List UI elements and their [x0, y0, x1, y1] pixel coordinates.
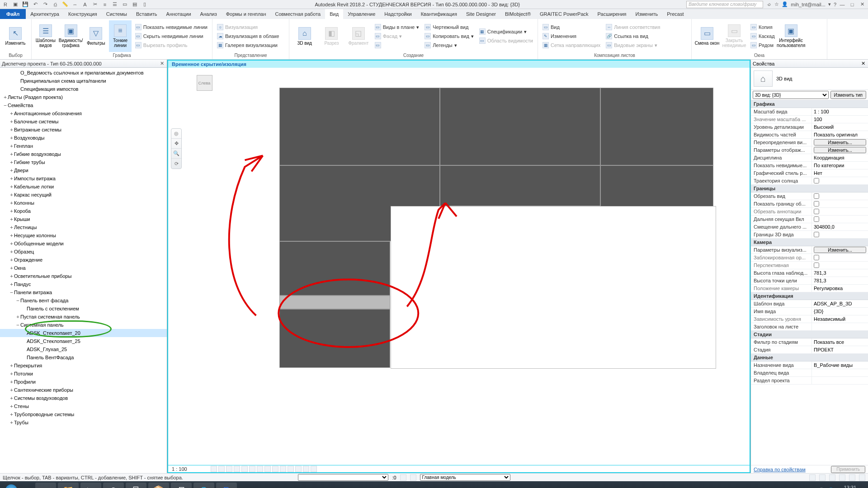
tree-node[interactable]: −Семейства: [0, 101, 167, 109]
ribbon-tab[interactable]: Архитектура: [26, 9, 64, 19]
taskbar-app1[interactable]: 📦: [148, 483, 169, 488]
tree-node[interactable]: +Обобщенные модели: [0, 239, 167, 248]
tree-node[interactable]: Спецификация импостов: [0, 85, 167, 93]
tree-node[interactable]: ADSK_Стеклопакет_20: [0, 329, 167, 337]
exchange-icon[interactable]: ▾: [828, 1, 831, 7]
align-icon[interactable]: ≡: [101, 1, 108, 8]
tree-node[interactable]: +Профили: [0, 378, 167, 386]
property-value[interactable]: Координация: [812, 154, 868, 161]
modify-button[interactable]: ↖ Изменить: [3, 20, 28, 52]
property-checkbox[interactable]: [814, 201, 819, 206]
edit-button[interactable]: Изменить...: [814, 247, 866, 253]
ribbon-tab[interactable]: GRAITEC PowerPack: [535, 9, 593, 19]
misc5-icon[interactable]: [303, 466, 309, 472]
tree-node[interactable]: +Образец: [0, 248, 167, 256]
help-icon[interactable]: ?: [834, 2, 836, 7]
filters-button[interactable]: ▽Фильтры: [85, 20, 107, 52]
property-value[interactable]: [812, 369, 868, 376]
tree-node[interactable]: +Трубопроводные системы: [0, 410, 167, 418]
property-value[interactable]: 781,3: [812, 269, 868, 277]
save-icon[interactable]: 💾: [22, 1, 29, 8]
taskbar-media[interactable]: ▶: [80, 483, 101, 488]
infocenter-icon[interactable]: ꩜: [767, 2, 772, 7]
expander-icon[interactable]: +: [9, 420, 14, 426]
expander-icon[interactable]: +: [9, 176, 14, 182]
property-value[interactable]: 1 : 100: [812, 108, 868, 115]
status-right-icon[interactable]: [839, 474, 845, 481]
status-right-icon[interactable]: [819, 474, 826, 481]
ribbon-tab[interactable]: Аннотации: [162, 9, 196, 19]
ribbon-tab[interactable]: Надстройки: [380, 9, 416, 19]
tree-node[interactable]: +Аннотационные обозначения: [0, 109, 167, 117]
property-grid[interactable]: ГрафикаМасштаб вида1 : 100Значение масшт…: [751, 100, 868, 465]
view-scale[interactable]: 1 : 100: [172, 466, 208, 472]
property-value[interactable]: [812, 377, 868, 384]
tree-node[interactable]: +Колонны: [0, 199, 167, 207]
property-value[interactable]: Нет: [812, 169, 868, 177]
tree-node[interactable]: +Пустая системная панель: [0, 313, 167, 321]
status-right-icon[interactable]: [849, 474, 855, 481]
tree-node[interactable]: +Трубы: [0, 418, 167, 427]
tree-node[interactable]: Панель ВентФасада: [0, 353, 167, 361]
property-value[interactable]: Высокий: [812, 123, 868, 131]
ribbon-tab[interactable]: Расширения: [593, 9, 631, 19]
zoom-icon[interactable]: 🔍: [171, 149, 181, 159]
ribbon-tab[interactable]: BIMobject®: [500, 9, 535, 19]
expander-icon[interactable]: +: [9, 395, 14, 401]
property-value[interactable]: [812, 177, 868, 184]
expander-icon[interactable]: +: [9, 143, 14, 149]
taskbar-calc[interactable]: 🖩: [126, 483, 146, 488]
sync-icon[interactable]: ☰: [111, 1, 118, 8]
thinline-icon[interactable]: ▤: [131, 1, 138, 8]
view-button[interactable]: ▭Вид: [541, 23, 602, 31]
property-category[interactable]: Стадии: [751, 331, 868, 338]
tree-node[interactable]: О_Ведомость ссылочных и прилагаемых доку…: [0, 69, 167, 77]
property-value[interactable]: [812, 200, 868, 207]
edit-button[interactable]: Изменить...: [814, 139, 866, 145]
cascade-button[interactable]: ▭Каскад: [749, 32, 777, 40]
edit-type-button[interactable]: Изменить тип: [830, 91, 866, 99]
duplicate-view-button[interactable]: ▭Копировать вид ▾: [423, 32, 476, 40]
expander-icon[interactable]: +: [9, 257, 14, 263]
minimize-icon[interactable]: —: [838, 1, 846, 8]
ribbon-tab[interactable]: Системы: [102, 9, 132, 19]
status-right-icon[interactable]: [829, 474, 835, 481]
user-label[interactable]: mih_tnt@mail...: [791, 2, 826, 7]
3d-view-button[interactable]: ⌂3D вид: [292, 20, 317, 52]
redo-icon[interactable]: ↷: [42, 1, 49, 8]
tree-node[interactable]: +Окна: [0, 264, 167, 272]
tree-node[interactable]: ADSK_Глухая_25: [0, 345, 167, 353]
expander-icon[interactable]: +: [9, 192, 14, 198]
text-icon[interactable]: A: [81, 1, 89, 8]
expander-icon[interactable]: +: [9, 168, 14, 174]
taskbar-chrome[interactable]: ◉: [103, 483, 124, 488]
taskbar-ie[interactable]: e: [35, 483, 56, 488]
tree-node[interactable]: +Потолки: [0, 370, 167, 378]
revisions-button[interactable]: ✎Изменения: [541, 32, 602, 40]
property-value[interactable]: ПРОЕКТ: [812, 346, 868, 353]
schedules-button[interactable]: ▦Спецификации ▾: [477, 28, 535, 36]
expander-icon[interactable]: +: [9, 200, 14, 206]
cut-icon[interactable]: ✂: [91, 1, 99, 8]
taskbar-revit[interactable]: R: [216, 483, 237, 488]
apply-button[interactable]: Применить: [831, 466, 865, 473]
ribbon-tab[interactable]: Precast: [662, 9, 688, 19]
property-value[interactable]: Показать оригинал: [812, 131, 868, 138]
property-category[interactable]: Графика: [751, 100, 868, 108]
style-icon[interactable]: [218, 466, 225, 472]
tree-node[interactable]: −Системная панель: [0, 321, 167, 329]
taskbar-skype[interactable]: S: [193, 483, 214, 488]
tree-node[interactable]: Принципиальная схема щита/панели: [0, 77, 167, 85]
measure-icon[interactable]: 📏: [61, 1, 69, 8]
property-value[interactable]: 781,3: [812, 277, 868, 284]
tree-node[interactable]: +Осветительные приборы: [0, 272, 167, 280]
print-icon[interactable]: ⎙: [52, 1, 59, 8]
crop-icon[interactable]: [241, 466, 248, 472]
misc2-icon[interactable]: [280, 466, 286, 472]
expander-icon[interactable]: +: [9, 273, 14, 279]
temp-icon[interactable]: [257, 466, 263, 472]
nav-wheel[interactable]: ◎ ✥ 🔍 ⟳: [171, 128, 182, 169]
property-value[interactable]: [812, 192, 868, 200]
expander-icon[interactable]: +: [9, 151, 14, 157]
expander-icon[interactable]: +: [9, 404, 14, 409]
